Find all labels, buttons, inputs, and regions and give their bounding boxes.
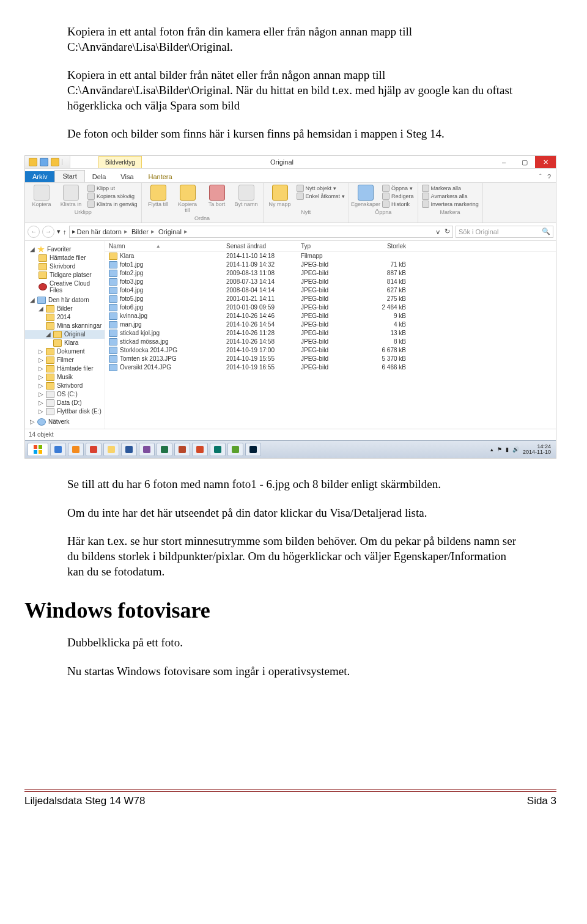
tab-hantera[interactable]: Hantera	[141, 171, 180, 182]
delete-button[interactable]: Ta bort	[204, 185, 230, 208]
image-icon	[109, 295, 117, 303]
file-row[interactable]: man.jpg2014-10-26 14:54JPEG-bild4 kB	[105, 320, 556, 329]
start-button[interactable]	[28, 443, 48, 456]
nav-scans[interactable]: Mina skanningar	[25, 322, 105, 330]
volume-icon[interactable]: 🔊	[512, 446, 519, 453]
nav-music[interactable]: ▷Musik	[25, 373, 105, 382]
taskbar-word-icon[interactable]	[121, 443, 137, 456]
file-row[interactable]: Översikt 2014.JPG2014-10-19 16:55JPEG-bi…	[105, 363, 556, 372]
minimize-button[interactable]: –	[493, 156, 514, 168]
rename-button[interactable]: Byt namn	[234, 185, 259, 208]
footer-right: Sida 3	[527, 795, 556, 807]
file-row[interactable]: foto5.jpg2001-01-21 14:11JPEG-bild275 kB	[105, 295, 556, 303]
file-date: 2009-08-13 11:08	[223, 269, 297, 278]
history-button[interactable]: Historik	[382, 201, 414, 208]
newitem-button[interactable]: Nytt objekt ▾	[297, 185, 345, 192]
search-input[interactable]: Sök i Original 🔍	[456, 226, 553, 238]
invertselection-button[interactable]: Invertera markering	[422, 201, 479, 208]
nav-removable[interactable]: ▷Flyttbar disk (E:)	[25, 407, 105, 416]
selectnone-button[interactable]: Avmarkera alla	[422, 193, 479, 200]
taskbar-photoshop-icon[interactable]	[245, 443, 261, 456]
image-icon	[109, 287, 117, 294]
group-label: Urklipp	[29, 209, 138, 215]
nav-downloads2[interactable]: ▷Hämtade filer	[25, 364, 105, 373]
nav-cloud[interactable]: Creative Cloud Files	[25, 279, 105, 294]
file-row[interactable]: foto6.jpg2010-01-09 09:59JPEG-bild2 464 …	[105, 303, 556, 312]
selectall-button[interactable]: Markera alla	[422, 185, 479, 192]
nav-documents[interactable]: ▷Dokument	[25, 347, 105, 356]
nav-network[interactable]: ▷Nätverk	[25, 416, 105, 426]
file-row[interactable]: stickad kjol.jpg2014-10-26 11:28JPEG-bil…	[105, 329, 556, 338]
folder-icon[interactable]	[29, 158, 37, 166]
column-headers[interactable]: Namn▲ Senast ändrad Typ Storlek	[105, 241, 556, 252]
file-row[interactable]: Tomten sk 2013.JPG2014-10-19 15:55JPEG-b…	[105, 355, 556, 363]
file-row[interactable]: stickad mössa.jpg2014-10-26 14:58JPEG-bi…	[105, 338, 556, 346]
taskbar-outlook-icon[interactable]	[174, 443, 190, 456]
taskbar-firefox-icon[interactable]	[68, 443, 84, 456]
nav-recent[interactable]: Tidigare platser	[25, 271, 105, 279]
open-button[interactable]: Öppna ▾	[382, 185, 414, 192]
nav-favorites[interactable]: ◢Favoriter	[25, 243, 105, 254]
properties-icon[interactable]	[40, 158, 48, 166]
file-row[interactable]: kvinna.jpg2014-10-26 14:46JPEG-bild9 kB	[105, 312, 556, 320]
tab-dela[interactable]: Dela	[85, 171, 114, 182]
nav-klara[interactable]: Klara	[25, 339, 105, 347]
nav-osc[interactable]: ▷OS (C:)	[25, 390, 105, 399]
properties-button[interactable]: Egenskaper	[353, 185, 378, 208]
moveto-button[interactable]: Flytta till	[146, 185, 171, 208]
nav-downloads[interactable]: Hämtade filer	[25, 254, 105, 262]
ribbon-help-icon[interactable]: ˆ ?	[534, 171, 556, 182]
file-row[interactable]: foto1.jpg2014-11-09 14:32JPEG-bild71 kB	[105, 261, 556, 269]
tab-visa[interactable]: Visa	[113, 171, 141, 182]
taskbar-powerpoint-icon[interactable]	[192, 443, 208, 456]
action-center-icon[interactable]: ⚑	[497, 446, 502, 453]
nav-up-button[interactable]: ↑	[63, 228, 67, 235]
file-name: foto2.jpg	[120, 270, 143, 276]
paste-shortcut-button[interactable]: Klistra in genväg	[87, 201, 138, 208]
paste-button[interactable]: Klistra in	[58, 185, 84, 208]
copyto-button[interactable]: Kopiera till	[175, 185, 201, 214]
taskbar-excel-icon[interactable]	[157, 443, 172, 456]
file-row[interactable]: foto4.jpg2008-08-04 14:14JPEG-bild627 kB	[105, 286, 556, 295]
nav-original[interactable]: ◢Original	[25, 330, 105, 339]
file-row[interactable]: foto2.jpg2009-08-13 11:08JPEG-bild887 kB	[105, 269, 556, 278]
file-row[interactable]: Klara2014-11-10 14:18Filmapp	[105, 252, 556, 261]
tray-up-icon[interactable]: ▴	[490, 446, 493, 453]
taskbar-app-icon[interactable]	[227, 443, 243, 456]
clock[interactable]: 14:24 2014-11-10	[523, 444, 551, 455]
image-icon	[109, 330, 117, 337]
label: Egenskaper	[351, 202, 380, 208]
cut-button[interactable]: Klipp ut	[87, 185, 138, 192]
taskbar-chrome-icon[interactable]	[86, 443, 102, 456]
maximize-button[interactable]: ▢	[514, 156, 535, 168]
tab-start[interactable]: Start	[54, 170, 84, 182]
nav-datad[interactable]: ▷Data (D:)	[25, 399, 105, 407]
nav-pictures[interactable]: ◢Bilder	[25, 305, 105, 313]
breadcrumb[interactable]: ▸ Den här datorn▸ Bilder▸ Original▸ v ↻	[69, 226, 454, 238]
nav-desktop2[interactable]: ▷Skrivbord	[25, 382, 105, 390]
nav-movies[interactable]: ▷Filmer	[25, 356, 105, 364]
nav-2014[interactable]: 2014	[25, 313, 105, 322]
copy-button[interactable]: Kopiera	[29, 185, 54, 208]
copy-path-button[interactable]: Kopiera sökväg	[87, 193, 138, 200]
nav-recent-button[interactable]: ▾	[57, 227, 61, 235]
file-type: JPEG-bild	[297, 303, 353, 312]
tab-arkiv[interactable]: Arkiv	[25, 171, 54, 182]
nav-desktop[interactable]: Skrivbord	[25, 262, 105, 271]
nav-forward-button[interactable]: →	[42, 226, 54, 238]
easyaccess-button[interactable]: Enkel åtkomst ▾	[297, 193, 345, 200]
system-tray[interactable]: ▴ ⚑ ▮ 🔊 14:24 2014-11-10	[490, 444, 553, 455]
taskbar-app-icon[interactable]	[139, 443, 155, 456]
taskbar-publisher-icon[interactable]	[210, 443, 226, 456]
new-folder-icon[interactable]	[51, 158, 59, 166]
nav-thispc[interactable]: ◢Den här datorn	[25, 294, 105, 305]
file-row[interactable]: foto3.jpg2008-07-13 14:14JPEG-bild814 kB	[105, 278, 556, 286]
network-icon[interactable]: ▮	[506, 446, 509, 453]
file-row[interactable]: Storklocka 2014.JPG2014-10-19 17:00JPEG-…	[105, 346, 556, 355]
close-button[interactable]: ✕	[535, 156, 556, 168]
edit-button[interactable]: Redigera	[382, 193, 414, 200]
newfolder-button[interactable]: Ny mapp	[267, 185, 293, 208]
taskbar-ie-icon[interactable]	[50, 443, 66, 456]
nav-back-button[interactable]: ←	[28, 226, 40, 238]
taskbar-explorer-icon[interactable]	[103, 443, 119, 456]
